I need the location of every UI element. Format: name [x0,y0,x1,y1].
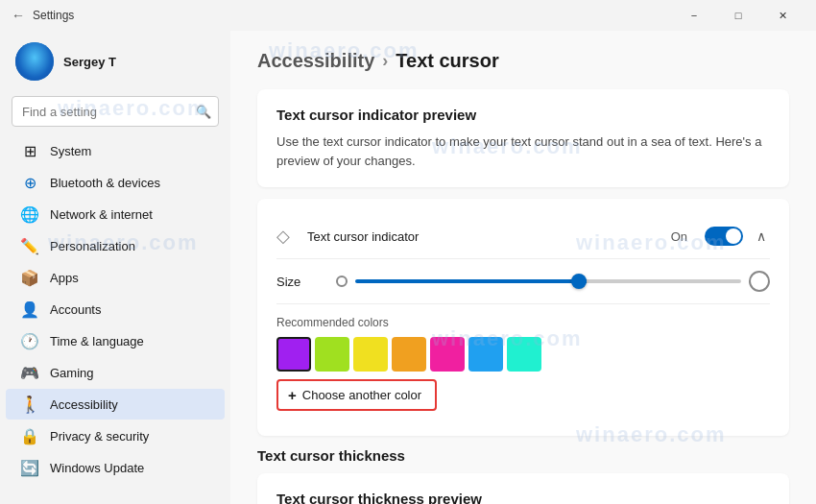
search-input[interactable] [12,96,219,127]
thickness-section: Text cursor thickness Text cursor thickn… [257,447,789,504]
size-label: Size [276,275,324,289]
minimize-button[interactable]: − [672,0,716,31]
network-icon: 🌐 [21,205,38,223]
personalization-icon: ✏️ [21,237,38,254]
thickness-title: Text cursor thickness [257,447,789,464]
sidebar-item-gaming-label: Gaming [50,366,94,380]
swatch-cyan[interactable] [507,337,541,372]
size-slider[interactable] [355,279,741,283]
privacy-icon: 🔒 [21,427,38,444]
sidebar-item-gaming[interactable]: 🎮 Gaming [6,357,225,388]
breadcrumb-current: Text cursor [396,50,498,72]
swatch-orange[interactable] [392,337,426,372]
indicator-preview-card: Text cursor indicator preview Use the te… [257,89,789,187]
indicator-card-title: Text cursor indicator preview [276,107,770,123]
slider-max-icon [749,271,770,292]
accounts-icon: 👤 [21,300,38,318]
sidebar-item-accounts[interactable]: 👤 Accounts [6,294,225,324]
title-bar-title: Settings [33,9,74,22]
slider-thumb [571,274,587,289]
sidebar-item-time[interactable]: 🕐 Time & language [6,325,225,356]
indicator-status: On [671,229,687,244]
thickness-card: Text cursor thickness preview Here's a p… [257,473,789,504]
avatar [15,42,54,81]
slider-container [336,271,770,292]
sidebar-item-accounts-label: Accounts [50,302,101,317]
toggle-knob [726,228,741,244]
sidebar-item-update-label: Windows Update [50,461,144,475]
swatch-pink[interactable] [430,337,465,372]
sidebar-item-privacy-label: Privacy & security [50,429,149,444]
colors-section-label: Recommended colors [276,316,770,329]
title-bar-controls: − □ ✕ [672,0,804,31]
update-icon: 🔄 [21,459,38,476]
indicator-setting-row: ◇ Text cursor indicator On ∧ [276,216,770,254]
sidebar-item-personalization-label: Personalization [50,239,135,253]
indicator-setting-card: ◇ Text cursor indicator On ∧ Size [257,199,789,436]
swatch-lime[interactable] [315,337,349,372]
swatch-blue[interactable] [468,337,503,372]
sidebar-item-network[interactable]: 🌐 Network & internet [6,199,225,229]
content-area: Accessibility › Text cursor Text cursor … [230,31,816,504]
sidebar-item-privacy[interactable]: 🔒 Privacy & security [6,420,225,451]
sidebar: Sergey T 🔍 ⊞ System ⊕ Bluetooth & device… [0,31,230,504]
accessibility-icon: 🚶 [21,396,38,413]
indicator-label: Text cursor indicator [307,229,661,244]
app-container: Sergey T 🔍 ⊞ System ⊕ Bluetooth & device… [0,31,816,504]
sidebar-item-network-label: Network & internet [50,207,153,222]
cursor-icon: ◇ [276,226,298,247]
divider2 [276,303,770,304]
sidebar-item-accessibility-label: Accessibility [50,397,118,412]
back-icon[interactable]: ← [12,8,25,23]
slider-min-icon [336,276,348,287]
system-icon: ⊞ [21,142,38,159]
breadcrumb: Accessibility › Text cursor [257,50,789,72]
divider [276,258,770,259]
colors-section: Recommended colors + Choose another colo… [276,308,770,419]
indicator-toggle[interactable] [705,227,743,246]
sidebar-item-bluetooth[interactable]: ⊕ Bluetooth & devices [6,167,225,198]
sidebar-item-bluetooth-label: Bluetooth & devices [50,176,160,190]
search-icon: 🔍 [196,105,211,119]
nav-list: ⊞ System ⊕ Bluetooth & devices 🌐 Network… [0,134,230,504]
sidebar-item-system-label: System [50,144,91,158]
swatch-yellow[interactable] [353,337,388,372]
apps-icon: 📦 [21,269,38,286]
choose-color-label: Choose another color [302,388,421,402]
size-row: Size [276,263,770,300]
indicator-card-desc: Use the text cursor indicator to make yo… [276,132,770,170]
color-swatches [276,337,770,372]
sidebar-item-apps[interactable]: 📦 Apps [6,262,225,293]
close-button[interactable]: ✕ [760,0,804,31]
breadcrumb-parent[interactable]: Accessibility [257,50,374,72]
gaming-icon: 🎮 [21,364,38,381]
choose-color-button[interactable]: + Choose another color [276,379,437,411]
sidebar-item-update[interactable]: 🔄 Windows Update [6,452,225,483]
username: Sergey T [63,55,116,69]
sidebar-item-system[interactable]: ⊞ System [6,135,225,166]
sidebar-item-apps-label: Apps [50,271,79,285]
user-profile: Sergey T [0,31,230,92]
expand-icon[interactable]: ∧ [753,227,770,246]
title-bar: ← Settings − □ ✕ [0,0,816,31]
choose-color-icon: + [288,387,297,403]
sidebar-item-personalization[interactable]: ✏️ Personalization [6,230,225,261]
sidebar-item-time-label: Time & language [50,334,144,348]
breadcrumb-separator: › [382,51,388,71]
title-bar-left: ← Settings [12,8,672,23]
time-icon: 🕐 [21,332,38,349]
thickness-card-title: Text cursor thickness preview [276,491,770,504]
bluetooth-icon: ⊕ [21,174,38,191]
maximize-button[interactable]: □ [716,0,760,31]
sidebar-item-accessibility[interactable]: 🚶 Accessibility [6,389,225,420]
search-box: 🔍 [12,96,219,127]
swatch-purple[interactable] [276,337,311,372]
